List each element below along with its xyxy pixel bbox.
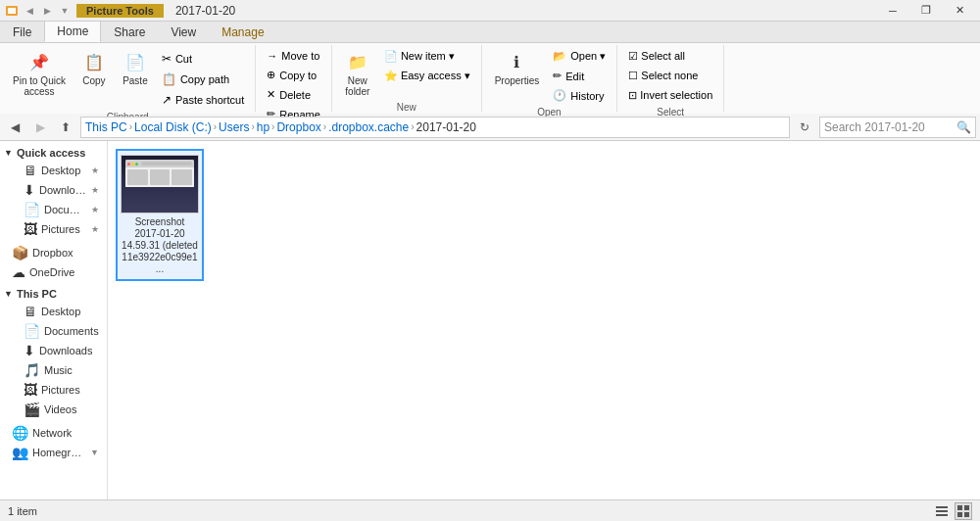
sidebar-item-downloads-pc[interactable]: ⬇ Downloads [0,341,107,360]
ribbon: 📌 Pin to Quickaccess 📋 Copy 📄 Paste ✂ Cu… [0,43,980,114]
documents-expand-icon: ★ [91,205,99,214]
new-content: 📁 Newfolder 📄 New item ▾ ⭐ Easy access ▾ [338,47,475,100]
paste-button[interactable]: 📄 Paste [116,47,155,89]
sidebar-item-videos[interactable]: 🎬 Videos [0,400,107,419]
tab-view[interactable]: View [158,21,209,42]
organize-small-buttons: → Move to ⊕ Copy to ✕ Delete ✏ Rename [262,47,325,123]
quick-access-label: Quick access [17,147,85,159]
svg-rect-5 [957,505,962,510]
breadcrumb-current: 2017-01-20 [416,120,476,134]
select-all-button[interactable]: ☑ Select all [623,47,717,66]
copy-button[interactable]: 📋 Copy [74,47,114,89]
breadcrumb-dropbox-cache[interactable]: .dropbox.cache [328,120,409,134]
breadcrumb-hp[interactable]: hp [257,120,270,134]
delete-button[interactable]: ✕ Delete [262,85,325,104]
list-view-button[interactable] [933,502,951,520]
title-bar-icons: ◀ ▶ ▼ [4,3,73,19]
clipboard-small-buttons: ✂ Cut 📋 Copy path ↗ Paste shortcut [157,49,249,110]
copy-icon: 📋 [82,50,106,73]
music-icon: 🎵 [24,362,40,378]
breadcrumb-users[interactable]: Users [219,120,249,134]
network-icon: 🌐 [12,425,28,441]
sidebar-quick-access-header[interactable]: ▼ Quick access [0,145,107,161]
svg-rect-7 [957,512,962,517]
cut-icon: ✂ [162,52,172,66]
sidebar-item-music[interactable]: 🎵 Music [0,360,107,380]
copy-to-button[interactable]: ⊕ Copy to [262,66,325,84]
back-button[interactable]: ◀ [4,117,25,138]
move-to-button[interactable]: → Move to [262,47,325,65]
open-small-buttons: 📂 Open ▾ ✏ Edit 🕐 History [548,47,611,105]
breadcrumb-dropbox[interactable]: Dropbox [276,120,320,134]
homegroup-icon: 👥 [12,445,28,460]
minimize-button[interactable]: ─ [876,0,909,22]
tab-home[interactable]: Home [44,21,101,42]
close-button[interactable]: ✕ [943,0,976,22]
new-folder-button[interactable]: 📁 Newfolder [338,47,377,100]
title-bar-title: 2017-01-20 [175,4,235,18]
dropbox-icon: 📦 [12,245,28,260]
open-content: ℹ Properties 📂 Open ▾ ✏ Edit 🕐 History [488,47,612,105]
copy-path-button[interactable]: 📋 Copy path [157,70,249,89]
sidebar-item-dropbox[interactable]: 📦 Dropbox [0,243,107,262]
quick-access-arrow: ▼ [4,148,13,158]
copy-path-icon: 📋 [162,72,176,86]
cut-button[interactable]: ✂ Cut [157,49,249,69]
new-label: New [338,100,475,113]
new-small-buttons: 📄 New item ▾ ⭐ Easy access ▾ [379,47,475,85]
new-group: 📁 Newfolder 📄 New item ▾ ⭐ Easy access ▾… [332,45,482,112]
pictures-icon: 🖼 [24,221,37,237]
picture-tools-label: Picture Tools [76,4,164,18]
desktop-expand-icon: ★ [91,166,99,175]
title-bar-left: ◀ ▶ ▼ Picture Tools 2017-01-20 [4,3,235,19]
sidebar-item-onedrive[interactable]: ☁ OneDrive [0,262,107,282]
file-icon-container: Screenshot 2017-01-20 14.59.31 (deleted … [116,149,972,281]
sidebar-item-documents[interactable]: 📄 Documents ★ [0,200,107,219]
refresh-button[interactable]: ↻ [794,117,815,138]
sidebar-item-downloads[interactable]: ⬇ Downloads ★ [0,180,107,200]
file-item-screenshot[interactable]: Screenshot 2017-01-20 14.59.31 (deleted … [116,149,204,281]
videos-icon: 🎬 [24,402,40,417]
clipboard-content: 📌 Pin to Quickaccess 📋 Copy 📄 Paste ✂ Cu… [6,47,249,110]
maximize-button[interactable]: ❐ [909,0,943,22]
sidebar-item-homegroup[interactable]: 👥 Homegroup ▼ [0,443,107,462]
sidebar-item-network[interactable]: 🌐 Network [0,423,107,443]
pictures-expand-icon: ★ [91,224,99,234]
edit-button[interactable]: ✏ Edit [548,67,611,85]
forward-button[interactable]: ▶ [29,117,51,138]
sidebar-item-desktop[interactable]: 🖥 Desktop ★ [0,161,107,180]
open-button[interactable]: 📂 Open ▾ [548,47,611,66]
tab-share[interactable]: Share [101,21,158,42]
pin-to-quick-access-button[interactable]: 📌 Pin to Quickaccess [6,47,73,100]
file-area: Screenshot 2017-01-20 14.59.31 (deleted … [108,141,980,499]
breadcrumb-this-pc[interactable]: This PC [85,120,127,134]
title-bar-controls: ─ ❐ ✕ [876,0,976,22]
sidebar-item-desktop-pc[interactable]: 🖥 Desktop [0,302,107,321]
properties-button[interactable]: ℹ Properties [488,47,547,89]
paste-shortcut-icon: ↗ [162,93,172,107]
pictures-pc-icon: 🖼 [24,382,37,398]
select-content: ☑ Select all ☐ Select none ⊡ Invert sele… [623,47,717,105]
tab-file[interactable]: File [0,21,44,42]
sidebar-item-pictures-pc[interactable]: 🖼 Pictures [0,380,107,400]
sidebar-this-pc-header[interactable]: ▼ This PC [0,286,107,302]
documents-pc-icon: 📄 [24,323,40,339]
thumb-dot-red [127,163,130,166]
new-item-button[interactable]: 📄 New item ▾ [379,47,475,66]
history-icon: 🕐 [553,89,566,102]
grid-view-button[interactable] [955,502,972,520]
status-right [933,502,972,520]
up-button[interactable]: ⬆ [55,117,76,138]
sidebar-item-documents-pc[interactable]: 📄 Documents [0,321,107,341]
easy-access-button[interactable]: ⭐ Easy access ▾ [379,67,475,85]
paste-shortcut-button[interactable]: ↗ Paste shortcut [157,90,249,110]
tab-manage[interactable]: Manage [209,21,276,42]
invert-selection-button[interactable]: ⊡ Invert selection [623,86,717,105]
history-button[interactable]: 🕐 History [548,86,611,105]
select-none-button[interactable]: ☐ Select none [623,67,717,85]
file-name-screenshot: Screenshot 2017-01-20 14.59.31 (deleted … [122,216,198,275]
search-box[interactable]: Search 2017-01-20 🔍 [819,117,976,138]
new-folder-icon: 📁 [346,50,369,73]
breadcrumb-local-disk[interactable]: Local Disk (C:) [134,120,212,134]
sidebar-item-pictures[interactable]: 🖼 Pictures ★ [0,219,107,239]
